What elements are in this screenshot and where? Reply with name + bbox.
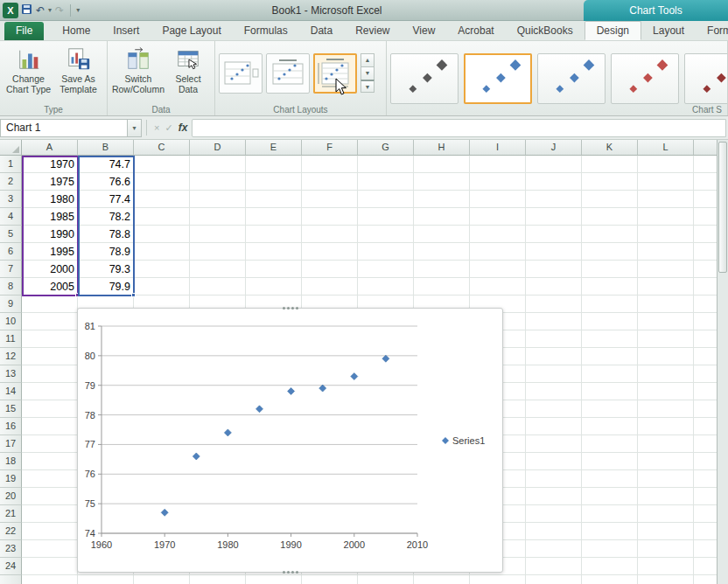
cell-F25[interactable] [302, 575, 358, 584]
tab-acrobat[interactable]: Acrobat [446, 21, 505, 40]
cell-L16[interactable] [638, 418, 694, 435]
cell-K2[interactable] [582, 173, 638, 191]
cell-K10[interactable] [582, 313, 638, 330]
gallery-scroll-up-icon[interactable]: ▲ [360, 53, 374, 66]
cell-J18[interactable] [526, 453, 582, 470]
cell-K25[interactable] [582, 575, 638, 584]
cell-K12[interactable] [582, 348, 638, 365]
cell-F1[interactable] [302, 156, 358, 173]
cell-I5[interactable] [470, 226, 526, 243]
cell-A10[interactable] [22, 313, 78, 330]
row-header-21[interactable]: 21 [0, 505, 22, 523]
cell-K14[interactable] [582, 383, 638, 400]
tab-view[interactable]: View [402, 21, 447, 40]
save-icon[interactable] [21, 3, 32, 18]
cell-A23[interactable] [22, 540, 78, 558]
cell-K16[interactable] [582, 418, 638, 435]
scrollbar-thumb[interactable] [718, 142, 727, 273]
cell-F7[interactable] [302, 261, 358, 278]
cell-H3[interactable] [414, 191, 470, 208]
cell-J15[interactable] [526, 400, 582, 418]
cell-B3[interactable]: 77.4 [78, 191, 134, 208]
cell-E1[interactable] [246, 156, 302, 173]
select-all-corner[interactable] [0, 140, 22, 156]
cell-A2[interactable]: 1975 [22, 173, 78, 191]
cell-L11[interactable] [638, 330, 694, 348]
cell-J13[interactable] [526, 365, 582, 383]
column-header-H[interactable]: H [414, 140, 470, 156]
cell-A3[interactable]: 1980 [22, 191, 78, 208]
cell-L8[interactable] [638, 278, 694, 295]
cell-A21[interactable] [22, 505, 78, 523]
cell-B25[interactable] [78, 575, 134, 584]
cell-F6[interactable] [302, 243, 358, 261]
cell-J24[interactable] [526, 558, 582, 575]
row-header-4[interactable]: 4 [0, 208, 22, 226]
cell-J1[interactable] [526, 156, 582, 173]
cell-A17[interactable] [22, 435, 78, 453]
chart-style-option-4[interactable] [611, 53, 679, 104]
cell-J3[interactable] [526, 191, 582, 208]
cell-J22[interactable] [526, 523, 582, 540]
cell-A15[interactable] [22, 400, 78, 418]
name-box[interactable]: Chart 1 [0, 119, 128, 137]
formula-input[interactable] [192, 119, 726, 137]
column-header-J[interactable]: J [526, 140, 582, 156]
cell-A4[interactable]: 1985 [22, 208, 78, 226]
cell-L18[interactable] [638, 453, 694, 470]
cell-K21[interactable] [582, 505, 638, 523]
tab-home[interactable]: Home [51, 21, 102, 40]
chart-style-option-5[interactable] [684, 53, 728, 104]
cell-G7[interactable] [358, 261, 414, 278]
cell-G8[interactable] [358, 278, 414, 295]
cell-K19[interactable] [582, 470, 638, 488]
cell-F4[interactable] [302, 208, 358, 226]
cell-C3[interactable] [134, 191, 190, 208]
cell-A22[interactable] [22, 523, 78, 540]
cell-I25[interactable] [470, 575, 526, 584]
cell-K4[interactable] [582, 208, 638, 226]
cell-L3[interactable] [638, 191, 694, 208]
cell-A16[interactable] [22, 418, 78, 435]
cell-L25[interactable] [638, 575, 694, 584]
cell-A9[interactable] [22, 295, 78, 313]
cell-F3[interactable] [302, 191, 358, 208]
cell-K11[interactable] [582, 330, 638, 348]
cell-K7[interactable] [582, 261, 638, 278]
cell-J23[interactable] [526, 540, 582, 558]
cell-J14[interactable] [526, 383, 582, 400]
cell-A24[interactable] [22, 558, 78, 575]
tab-quickbooks[interactable]: QuickBooks [506, 21, 584, 40]
cell-H1[interactable] [414, 156, 470, 173]
cell-G2[interactable] [358, 173, 414, 191]
cell-E5[interactable] [246, 226, 302, 243]
row-header-6[interactable]: 6 [0, 243, 22, 261]
cell-B4[interactable]: 78.2 [78, 208, 134, 226]
chart-handle-top[interactable] [282, 307, 299, 309]
cell-A6[interactable]: 1995 [22, 243, 78, 261]
row-header-2[interactable]: 2 [0, 173, 22, 191]
cell-E2[interactable] [246, 173, 302, 191]
cell-E6[interactable] [246, 243, 302, 261]
cell-K13[interactable] [582, 365, 638, 383]
cell-L22[interactable] [638, 523, 694, 540]
cell-A13[interactable] [22, 365, 78, 383]
cell-E25[interactable] [246, 575, 302, 584]
cell-L9[interactable] [638, 295, 694, 313]
cell-L12[interactable] [638, 348, 694, 365]
cell-K9[interactable] [582, 295, 638, 313]
cell-J12[interactable] [526, 348, 582, 365]
cell-L19[interactable] [638, 470, 694, 488]
cell-I1[interactable] [470, 156, 526, 173]
qat-customize-icon[interactable]: ▾ [76, 6, 80, 14]
tab-layout[interactable]: Layout [641, 21, 696, 40]
cell-K15[interactable] [582, 400, 638, 418]
cell-L2[interactable] [638, 173, 694, 191]
change-chart-type-button[interactable]: Change Chart Type [4, 45, 53, 94]
cell-J4[interactable] [526, 208, 582, 226]
cell-D1[interactable] [190, 156, 246, 173]
row-header-20[interactable]: 20 [0, 488, 22, 505]
cell-L1[interactable] [638, 156, 694, 173]
name-box-dropdown-icon[interactable]: ▾ [128, 119, 142, 137]
cell-K3[interactable] [582, 191, 638, 208]
